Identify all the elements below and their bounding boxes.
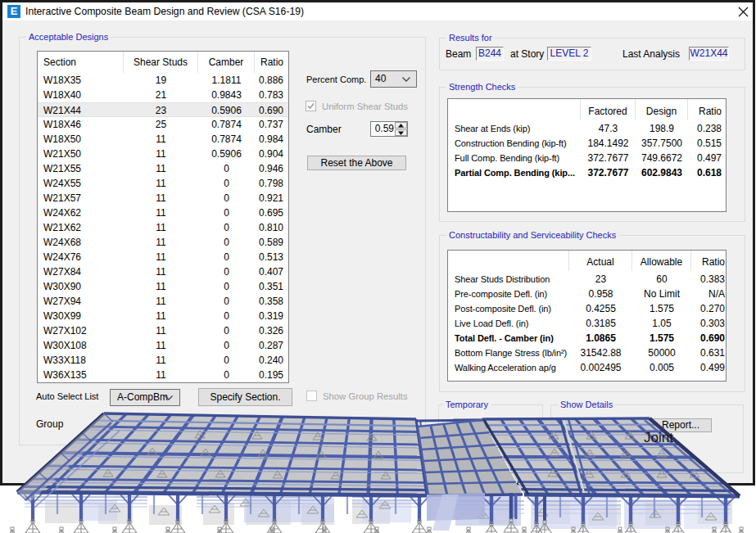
svg-text:Joint: Joint [644, 430, 673, 445]
